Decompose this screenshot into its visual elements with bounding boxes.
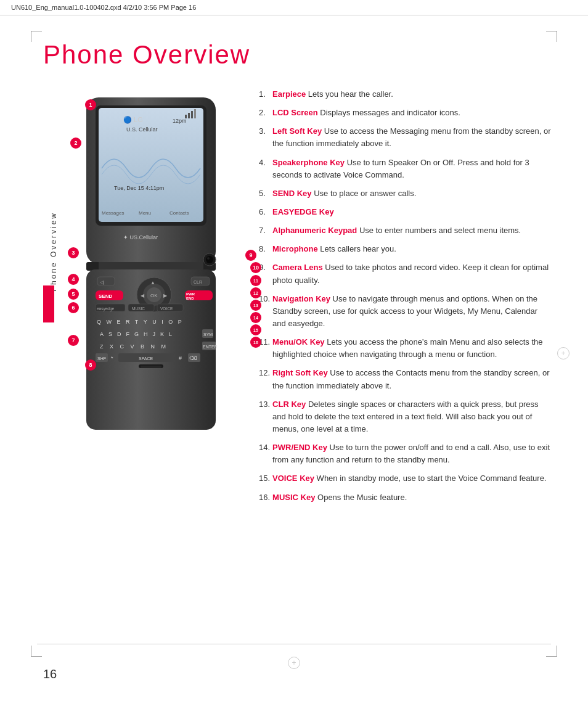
svg-text:ZXCVBNM: ZXCVBNM <box>100 343 173 350</box>
item-text-9: Camera Lens Used to take photos and reco… <box>272 261 551 286</box>
desc-item-14: 14. PWR/END Key Use to turn the power on… <box>259 441 551 466</box>
svg-text:◀: ◀ <box>141 293 145 298</box>
item-text-11: Menu/OK Key Lets you access the phone’s … <box>272 336 551 361</box>
item-text-14: PWR/END Key Use to turn the power on/off… <box>272 441 551 466</box>
desc-item-10: 10. Navigation Key Use to navigate throu… <box>259 293 551 330</box>
item-text-4: Speakerphone Key Use to turn Speaker On … <box>272 157 551 181</box>
svg-rect-2 <box>99 108 203 222</box>
svg-text:SHF: SHF <box>97 356 106 361</box>
badge-8: 8 <box>85 359 96 371</box>
svg-text:ENTER: ENTER <box>203 345 218 349</box>
keyword-15: VOICE Key <box>272 474 314 483</box>
corner-mark-tr <box>546 31 557 42</box>
svg-text:#: # <box>179 355 182 361</box>
page-content: Phone Overview Phone Overview <box>0 15 588 535</box>
keyword-3: Left Soft Key <box>272 126 322 136</box>
item-num-15: 15. <box>259 472 270 485</box>
phone-illustration: 🔵 LG 12pm U.S. Cellular Tue, Dec 15 4:11… <box>68 94 240 442</box>
keyword-6: EASYEDGE Key <box>272 207 334 216</box>
item-num-12: 12. <box>259 367 270 392</box>
item-num-4: 4. <box>259 157 270 181</box>
item-num-14: 14. <box>259 441 270 466</box>
badge-13: 13 <box>250 300 261 311</box>
svg-text:Menu: Menu <box>139 210 151 216</box>
svg-rect-5 <box>188 113 190 118</box>
badge-14: 14 <box>250 312 261 323</box>
corner-mark-br <box>546 646 557 657</box>
badge-6: 6 <box>68 302 79 313</box>
keyword-9: Camera Lens <box>272 263 323 272</box>
desc-item-7: 7. Alphanumeric Keypad Use to enter numb… <box>259 224 551 237</box>
svg-text:U.S. Cellular: U.S. Cellular <box>126 126 158 133</box>
item-text-2: LCD Screen Displays messages and indicat… <box>272 107 551 119</box>
badge-15: 15 <box>250 324 261 335</box>
item-num-5: 5. <box>259 187 270 200</box>
keyword-16: MUSIC Key <box>272 493 315 502</box>
header-text: UN610_Eng_manual1.0-100402.qxd 4/2/10 3:… <box>11 4 196 11</box>
svg-text:ASDFGHJKL: ASDFGHJKL <box>100 331 177 337</box>
svg-text:VOICE: VOICE <box>160 306 173 311</box>
svg-text:⌫: ⌫ <box>189 355 197 361</box>
svg-text:OK: OK <box>150 293 158 298</box>
desc-item-16: 16. MUSIC Key Opens the Music feature. <box>259 491 551 504</box>
desc-item-9: 9. Camera Lens Used to take photos and r… <box>259 261 551 286</box>
keyword-4: Speakerphone Key <box>272 158 345 167</box>
corner-mark-bl <box>31 646 42 657</box>
svg-text:◁|: ◁| <box>100 280 104 285</box>
badge-12: 12 <box>250 287 261 298</box>
phone-svg: 🔵 LG 12pm U.S. Cellular Tue, Dec 15 4:11… <box>68 94 240 440</box>
desc-item-8: 8. Microphone Lets callers hear you. <box>259 243 551 255</box>
bottom-rule <box>37 644 551 644</box>
item-text-7: Alphanumeric Keypad Use to enter numbers… <box>272 224 551 237</box>
item-num-13: 13. <box>259 398 270 435</box>
svg-text:END: END <box>186 297 194 300</box>
page-number: 16 <box>43 667 57 681</box>
svg-rect-16 <box>99 262 203 271</box>
svg-text:PWR: PWR <box>186 292 195 296</box>
badge-16: 16 <box>250 337 261 348</box>
badge-2: 2 <box>70 138 81 149</box>
item-num-2: 2. <box>259 107 270 119</box>
keyword-14: PWR/END Key <box>272 443 327 452</box>
description-list: 1. Earpiece Lets you hear the caller. 2.… <box>259 88 551 510</box>
item-num-10: 10. <box>259 293 270 330</box>
svg-text:QWERTYUIOP: QWERTYUIOP <box>97 319 187 325</box>
item-num-8: 8. <box>259 243 270 255</box>
reg-mark-bottom <box>288 657 300 669</box>
desc-item-15: 15. VOICE Key When in standby mode, use … <box>259 472 551 485</box>
keyword-8: Microphone <box>272 244 318 253</box>
keyword-1: Earpiece <box>272 89 306 99</box>
svg-text:CLR: CLR <box>194 280 202 284</box>
badge-3: 3 <box>68 247 79 258</box>
desc-item-5: 5. SEND Key Use to place or answer calls… <box>259 187 551 200</box>
sidebar-label: Phone Overview <box>49 211 58 292</box>
svg-text:▲: ▲ <box>150 280 155 285</box>
item-num-6: 6. <box>259 206 270 218</box>
keyword-2: LCD Screen <box>272 108 318 117</box>
desc-item-6: 6. EASYEDGE Key <box>259 206 551 218</box>
item-num-1: 1. <box>259 88 270 101</box>
item-text-1: Earpiece Lets you hear the caller. <box>272 88 551 101</box>
svg-rect-6 <box>191 111 193 118</box>
desc-item-12: 12. Right Soft Key Use to access the Con… <box>259 367 551 392</box>
main-layout: Phone Overview <box>43 88 551 510</box>
badge-7: 7 <box>68 335 79 346</box>
item-text-16: MUSIC Key Opens the Music feature. <box>272 491 551 504</box>
item-text-10: Navigation Key Use to navigate through m… <box>272 293 551 330</box>
badge-5: 5 <box>68 289 79 300</box>
item-num-7: 7. <box>259 224 270 237</box>
svg-point-19 <box>207 257 210 260</box>
keyword-12: Right Soft Key <box>272 368 328 377</box>
desc-item-1: 1. Earpiece Lets you hear the caller. <box>259 88 551 101</box>
svg-text:SEND: SEND <box>99 293 112 299</box>
desc-item-3: 3. Left Soft Key Use to access the Messa… <box>259 125 551 150</box>
reg-mark-right <box>557 347 570 359</box>
item-text-5: SEND Key Use to place or answer calls. <box>272 187 551 200</box>
badge-1: 1 <box>85 99 96 110</box>
red-tab <box>43 285 54 322</box>
svg-point-18 <box>206 256 213 263</box>
badge-9: 9 <box>245 250 256 261</box>
svg-rect-7 <box>194 109 196 118</box>
keyword-5: SEND Key <box>272 189 312 198</box>
svg-text:SYM: SYM <box>203 332 213 337</box>
